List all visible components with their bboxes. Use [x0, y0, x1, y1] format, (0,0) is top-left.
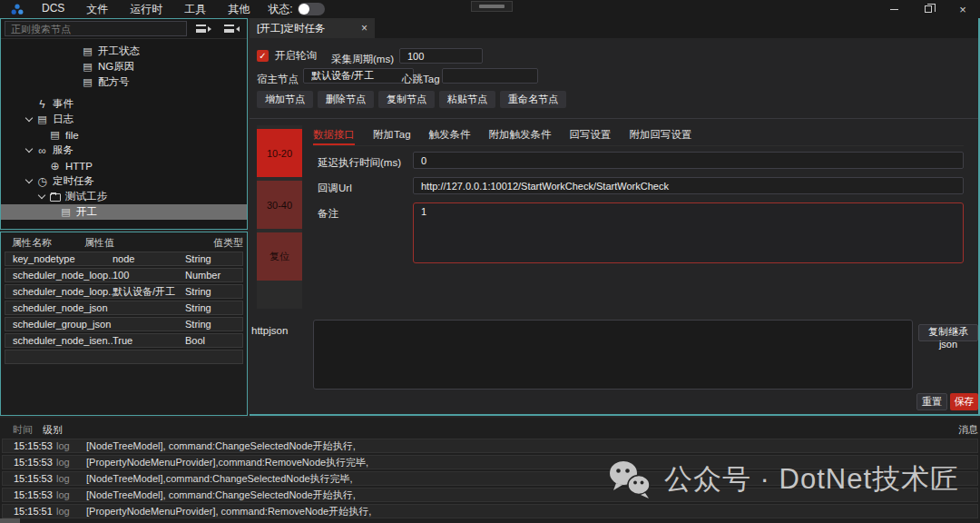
- heartbeat-tag-input[interactable]: [442, 68, 538, 84]
- property-row[interactable]: scheduler_node_json String: [5, 301, 243, 315]
- menu-item[interactable]: 工具: [184, 2, 206, 17]
- settings-tab[interactable]: 数据接口: [313, 128, 355, 145]
- tree-search-row: [1, 19, 247, 39]
- main-editor-panel: [开工]定时任务 × 开启轮询 采集周期(ms) 宿主节点 心跳Tag 增加节点…: [250, 18, 980, 416]
- tree-node[interactable]: 开工状态: [1, 44, 247, 59]
- step-block[interactable]: 30-40: [257, 181, 302, 229]
- log-time: 15:15:51: [14, 506, 56, 517]
- document-tab-bar: [开工]定时任务 ×: [250, 18, 978, 38]
- property-name: scheduler_group_json: [13, 319, 113, 330]
- copy-inherit-json-button[interactable]: 复制继承json: [918, 324, 978, 341]
- menu-items: DCS文件运行时工具其他: [42, 2, 250, 17]
- reset-button[interactable]: 重置: [916, 393, 947, 410]
- tree-node[interactable]: 服务: [1, 143, 247, 158]
- property-value: 默认设备/开工: [113, 285, 185, 299]
- minimize-button[interactable]: [877, 0, 911, 18]
- log-level: log: [56, 473, 86, 484]
- node-action-button[interactable]: 重命名节点: [500, 91, 566, 108]
- node-action-buttons: 增加节点删除节点复制节点粘贴节点重命名节点: [257, 91, 566, 108]
- tab-scheduler-task[interactable]: [开工]定时任务 ×: [250, 18, 375, 38]
- heartbeat-tag-label: 心跳Tag: [402, 73, 440, 86]
- menu-item[interactable]: 其他: [228, 2, 250, 17]
- menu-item[interactable]: 运行时: [130, 2, 162, 17]
- node-action-button[interactable]: 增加节点: [257, 91, 313, 108]
- tree-node[interactable]: 事件: [1, 96, 247, 112]
- divider: [250, 118, 978, 119]
- settings-tab-bar: 数据接口附加Tag触发条件附加触发条件回写设置附加回写设置: [313, 128, 964, 146]
- list-bars-icon: [224, 25, 234, 33]
- collapse-all-button[interactable]: [220, 25, 243, 33]
- settings-tab[interactable]: 附加触发条件: [489, 128, 552, 145]
- menu-item[interactable]: 文件: [86, 2, 108, 17]
- host-node-input[interactable]: [303, 68, 414, 84]
- property-row[interactable]: scheduler_group_json String: [5, 317, 243, 331]
- tree-node[interactable]: 配方号: [1, 74, 247, 90]
- property-row[interactable]: scheduler_node_loop... 100 Number: [5, 268, 243, 282]
- log-level: log: [56, 457, 86, 468]
- tree-node-label: 日志: [53, 113, 74, 126]
- poll-checkbox[interactable]: [257, 50, 269, 62]
- property-value: True: [113, 335, 185, 346]
- tree-node[interactable]: NG原因: [1, 59, 247, 74]
- remark-textarea[interactable]: 1: [413, 202, 964, 263]
- tree-node-label: 开工: [76, 205, 97, 219]
- log-level: log: [56, 506, 86, 517]
- tree-node[interactable]: 测试工步: [1, 189, 247, 204]
- restore-button[interactable]: [911, 0, 946, 18]
- search-input[interactable]: [5, 21, 187, 36]
- expand-all-button[interactable]: [192, 25, 215, 33]
- node-action-button[interactable]: 复制节点: [378, 91, 435, 108]
- callback-url-input[interactable]: [413, 177, 964, 194]
- node-tree-panel: 开工状态 NG原因 配方号 事件 日志: [0, 18, 248, 230]
- settings-tab[interactable]: 回写设置: [570, 128, 612, 145]
- node-tree: 开工状态 NG原因 配方号 事件 日志: [1, 39, 247, 220]
- settings-tab[interactable]: 附加Tag: [373, 128, 411, 145]
- tree-node[interactable]: file: [1, 127, 247, 143]
- property-header-row: 属性名称属性值值类型: [5, 235, 243, 250]
- property-row[interactable]: scheduler_node_loop... 默认设备/开工 String: [5, 284, 243, 299]
- property-panel: 属性名称属性值值类型 key_nodetype node String sche…: [0, 232, 248, 416]
- settings-tab[interactable]: 附加回写设置: [630, 128, 692, 145]
- step-block[interactable]: 10-20: [257, 129, 302, 177]
- tree-node-icon: [81, 76, 94, 88]
- menu-item[interactable]: DCS: [42, 2, 64, 17]
- close-button[interactable]: ×: [946, 0, 980, 18]
- property-row[interactable]: scheduler_node_isen... True Bool: [5, 333, 243, 348]
- tree-node[interactable]: HTTP: [1, 158, 247, 173]
- horizontal-scrollbar-thumb[interactable]: [0, 518, 20, 523]
- drag-handle-bar: [479, 5, 505, 8]
- status-toggle[interactable]: [298, 3, 325, 15]
- host-node-label: 宿主节点: [257, 73, 299, 86]
- property-header-cell: 属性名称: [12, 236, 84, 250]
- log-time: 15:15:53: [14, 440, 56, 451]
- log-message: [PropertyNodeMenuProvider],command:Remov…: [86, 456, 977, 469]
- tree-node-icon: [81, 61, 94, 73]
- node-action-button[interactable]: 粘贴节点: [439, 91, 495, 108]
- property-type: String: [185, 319, 242, 330]
- log-message: [NodeTreeModel], command:ChangeSelectedN…: [86, 439, 977, 453]
- property-row[interactable]: key_nodetype node String: [5, 252, 243, 266]
- property-value: 100: [113, 270, 185, 281]
- tree-node-label: NG原因: [98, 60, 134, 74]
- log-row: 15:15:53 log [NodeTreeModel], command:Ch…: [2, 488, 978, 502]
- save-button[interactable]: 保存: [950, 393, 978, 410]
- period-input[interactable]: [399, 48, 483, 64]
- titlebar-drag-handle[interactable]: [471, 1, 513, 12]
- delay-input[interactable]: [413, 152, 964, 169]
- log-row: 15:15:53 log [PropertyNodeMenuProvider],…: [2, 455, 978, 469]
- node-action-button[interactable]: 删除节点: [318, 91, 374, 108]
- step-block[interactable]: 复位: [257, 232, 302, 281]
- restore-icon: [925, 5, 932, 13]
- settings-tab[interactable]: 触发条件: [429, 128, 471, 145]
- tree-node[interactable]: 开工: [1, 204, 247, 220]
- window-controls: ×: [877, 0, 980, 18]
- tree-node[interactable]: 定时任务: [1, 173, 247, 189]
- triangle-left-icon: [236, 26, 240, 32]
- log-header-cell: 消息: [958, 423, 978, 437]
- log-row: 15:15:53 log [NodeTreeModel],command:Cha…: [2, 471, 978, 486]
- log-message: [NodeTreeModel], command:ChangeSelectedN…: [86, 488, 977, 502]
- tree-node[interactable]: 日志: [1, 112, 247, 127]
- httpjson-textarea[interactable]: [313, 320, 913, 390]
- log-header-cell: 级别: [43, 423, 958, 437]
- tab-close-icon[interactable]: ×: [361, 22, 368, 35]
